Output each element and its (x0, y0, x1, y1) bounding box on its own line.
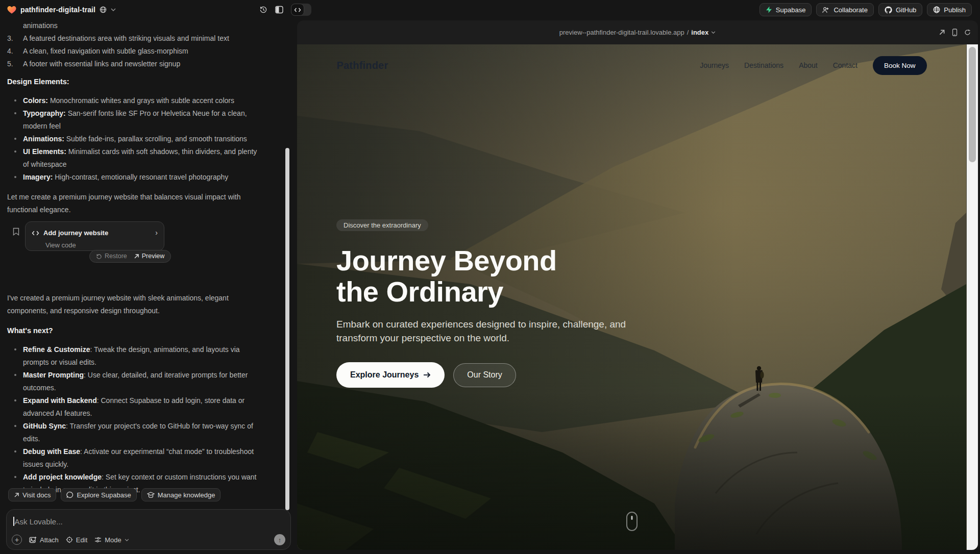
whats-next-heading: What's next? (7, 324, 290, 337)
edit-mode-button[interactable]: Edit (66, 536, 87, 544)
arrow-up-right-icon (14, 492, 19, 498)
edit-block: Add journey website › View code Restore (7, 221, 290, 272)
bullet-item: Debug with Ease: Activate our experiment… (7, 445, 290, 471)
bullet-dot (14, 150, 16, 153)
mobile-view-icon[interactable] (952, 29, 958, 36)
explore-journeys-button[interactable]: Explore Journeys (336, 362, 445, 388)
restore-icon (96, 254, 102, 260)
nav-journeys[interactable]: Journeys (700, 61, 729, 69)
chevron-down-icon (125, 539, 129, 541)
hero-title: Journey Beyond the Ordinary (336, 245, 694, 307)
send-button[interactable]: ↑ (274, 534, 285, 545)
top-bar: pathfinder-digital-trail (0, 0, 980, 19)
arrow-right-icon (423, 372, 431, 378)
numbered-item: 5. A footer with essential links and new… (7, 58, 290, 70)
supabase-icon (766, 6, 772, 13)
nav-destinations[interactable]: Destinations (744, 61, 783, 69)
site-scrollbar-thumb[interactable] (969, 47, 976, 162)
chat-scrollbar-thumb[interactable] (285, 148, 289, 510)
bullet-dot (14, 176, 16, 178)
manage-knowledge-button[interactable]: Manage knowledge (141, 488, 221, 501)
result-paragraph: I've created a premium journey website w… (7, 292, 290, 317)
collaborate-button[interactable]: Collaborate (816, 3, 874, 16)
code-toggle-active-segment (291, 4, 304, 16)
preview-page-name: index (691, 29, 708, 36)
github-icon (885, 6, 892, 14)
globe-status-icon (100, 6, 107, 13)
mode-select[interactable]: Mode (94, 536, 129, 544)
people-icon (822, 7, 830, 13)
site-nav: Journeys Destinations About Contact (700, 61, 857, 69)
bullet-item: Typography: San-serif fonts like SF Pro … (7, 107, 290, 133)
history-icon[interactable] (259, 6, 267, 14)
design-bullets: Colors: Monochromatic whites and grays w… (7, 94, 290, 184)
preview-toolbar: preview--pathfinder-digital-trail.lovabl… (297, 20, 978, 44)
nav-about[interactable]: About (799, 61, 818, 69)
bullet-dot (14, 374, 16, 376)
supabase-button[interactable]: Supabase (760, 3, 812, 16)
bullet-dot (14, 425, 16, 427)
chat-panel: animations 3. A featured destinations ar… (0, 19, 297, 554)
attach-button[interactable]: Attach (29, 536, 59, 544)
publish-button[interactable]: Publish (927, 3, 972, 16)
bullet-item: Expand with Backend: Connect Supabase to… (7, 394, 290, 420)
intro-paragraph: Let me create a premium journey website … (7, 191, 290, 216)
bullet-dot (14, 138, 16, 140)
site-viewport: Pathfinder Journeys Destinations About C… (297, 44, 978, 550)
preview-button[interactable]: Preview (134, 250, 164, 263)
explore-supabase-button[interactable]: Explore Supabase (61, 488, 136, 501)
quick-actions-row: Visit docs Explore Supabase Manage knowl… (8, 488, 220, 501)
bullet-item: Master Prompting: Use clear, detailed, a… (7, 369, 290, 394)
github-button[interactable]: GitHub (878, 3, 922, 16)
refresh-icon[interactable] (964, 29, 971, 36)
chevron-down-icon (711, 31, 716, 34)
view-controls (259, 0, 311, 19)
preview-url[interactable]: preview--pathfinder-digital-trail.lovabl… (559, 29, 716, 36)
project-name: pathfinder-digital-trail (20, 6, 95, 14)
target-icon (66, 536, 73, 543)
site-header: Pathfinder Journeys Destinations About C… (297, 44, 966, 86)
next-steps-bullets: Refine & Customize: Tweak the design, an… (7, 343, 290, 507)
arrow-up-right-icon (134, 254, 139, 259)
image-icon (29, 536, 37, 543)
code-icon (32, 231, 39, 236)
composer[interactable]: Ask Lovable... + Attach Edit (6, 509, 291, 550)
bullet-dot (14, 399, 16, 401)
nav-contact[interactable]: Contact (833, 61, 857, 69)
code-view-toggle[interactable] (291, 4, 311, 16)
visit-docs-button[interactable]: Visit docs (8, 488, 56, 501)
bullet-item: GitHub Sync: Transfer your project's cod… (7, 420, 290, 445)
bullet-item: Animations: Subtle fade-ins, parallax sc… (7, 133, 290, 145)
edit-card[interactable]: Add journey website › View code (25, 221, 164, 251)
numbered-item: 3. A featured destinations area with str… (7, 32, 290, 45)
graduation-cap-icon (147, 492, 155, 498)
sliders-icon (94, 537, 102, 543)
bullet-item: Imagery: High-contrast, emotionally reso… (7, 171, 290, 184)
lovable-heart-logo (7, 6, 16, 14)
hero-badge: Discover the extraordinary (336, 219, 428, 231)
restore-button[interactable]: Restore (96, 250, 127, 263)
site-scrollbar[interactable] (967, 44, 978, 550)
bullet-dot (14, 112, 16, 114)
book-now-button[interactable]: Book Now (873, 56, 927, 75)
bookmark-icon[interactable] (13, 228, 19, 236)
bullet-item: Refine & Customize: Tweak the design, an… (7, 343, 290, 369)
numbered-item: 4. A clean, fixed navigation with subtle… (7, 45, 290, 58)
project-menu[interactable]: pathfinder-digital-trail (7, 0, 116, 19)
open-external-icon[interactable] (939, 29, 945, 36)
add-button[interactable]: + (12, 535, 22, 545)
bullet-dot (14, 450, 16, 452)
our-story-button[interactable]: Our Story (453, 363, 516, 387)
site-logo[interactable]: Pathfinder (337, 60, 388, 71)
chat-partial-line: animations (7, 19, 290, 32)
preview-panel: preview--pathfinder-digital-trail.lovabl… (297, 20, 978, 550)
scroll-indicator (626, 512, 638, 531)
view-code-link[interactable]: View code (45, 241, 158, 249)
numbered-list: 3. A featured destinations area with str… (7, 32, 290, 70)
chat-input[interactable]: Ask Lovable... (13, 517, 217, 526)
sidebar-toggle-icon[interactable] (275, 6, 283, 14)
lovable-app: pathfinder-digital-trail (0, 0, 980, 554)
text-caret (13, 517, 14, 526)
chevron-down-icon (111, 8, 116, 11)
bullet-dot (14, 348, 16, 350)
